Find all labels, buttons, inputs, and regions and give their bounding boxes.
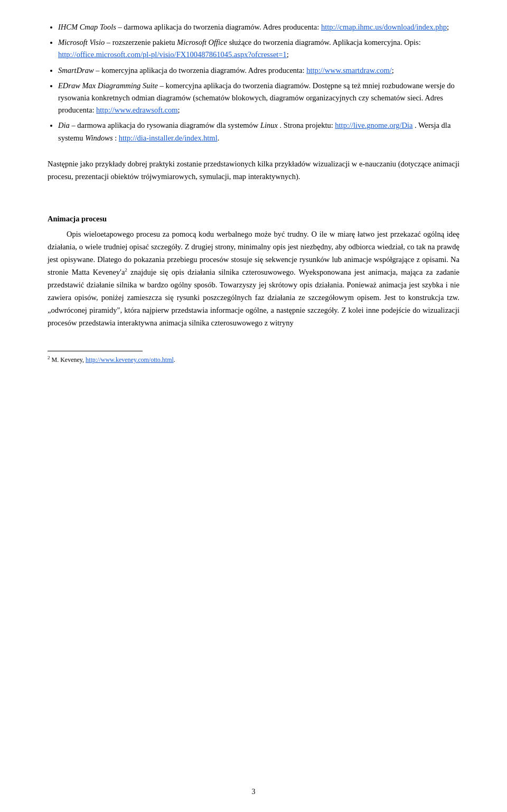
- content-area: IHCM Cmap Tools – darmowa aplikacja do t…: [48, 21, 459, 365]
- ihcm-tail: ;: [447, 23, 449, 31]
- dia-text4: :: [115, 134, 119, 142]
- list-item-dia: Dia – darmowa aplikacja do rysowania dia…: [58, 119, 459, 144]
- msvisio-text1: – rozszerzenie pakietu: [107, 38, 177, 46]
- ihcm-link[interactable]: http://cmap.ihmc.us/download/index.php: [321, 23, 447, 31]
- list-item-ihcm: IHCM Cmap Tools – darmowa aplikacja do t…: [58, 21, 459, 33]
- spacer2: [48, 188, 459, 197]
- dia-text1: – darmowa aplikacja do rysowania diagram…: [71, 121, 260, 129]
- footnote-text-tail: .: [174, 356, 175, 363]
- footnote-divider: [48, 351, 143, 351]
- dia-link2[interactable]: http://dia-installer.de/index.html: [119, 134, 218, 142]
- edraw-link[interactable]: http://www.edrawsoft.com: [96, 106, 178, 114]
- paragraph-nastepnie: Następnie jako przykłady dobrej praktyki…: [48, 158, 459, 183]
- page-number: 3: [252, 788, 256, 796]
- edraw-italic: EDraw Max Diagramming Suite: [58, 81, 158, 90]
- nastepnie-text: Następnie jako przykłady dobrej praktyki…: [48, 160, 459, 181]
- footnote-number: 2: [48, 355, 50, 360]
- animacja-text2: znajduje się opis działania silnika czte…: [48, 268, 459, 327]
- footnote-text: M. Keveney,: [52, 356, 86, 363]
- smartdraw-text1: – komercyjna aplikacja do tworzenia diag…: [96, 66, 306, 74]
- dia-text2: . Strona projektu:: [280, 121, 335, 129]
- dia-italic2: Linux: [260, 121, 278, 129]
- msvisio-text2: służące do tworzenia diagramów. Aplikacj…: [229, 38, 421, 46]
- spacer1: [48, 148, 459, 158]
- smartdraw-italic: SmartDraw: [58, 66, 94, 74]
- dia-link1[interactable]: http://live.gnome.org/Dia: [335, 121, 412, 129]
- ihcm-italic: IHCM Cmap Tools: [58, 23, 116, 31]
- msvisio-tail: ;: [287, 50, 289, 59]
- paragraph-animacja: Opis wieloetapowego procesu za pomocą ko…: [48, 228, 459, 329]
- msvisio-italic: Microsoft Visio: [58, 38, 105, 46]
- dia-tail: .: [218, 134, 220, 142]
- footnote: 2 M. Keveney, http://www.keveney.com/ott…: [48, 354, 459, 365]
- footnote-link[interactable]: http://www.keveney.com/otto.html: [86, 356, 174, 363]
- bullet-list: IHCM Cmap Tools – darmowa aplikacja do t…: [58, 21, 459, 144]
- ihcm-text1: – darmowa aplikacja do tworzenia diagram…: [118, 23, 321, 31]
- smartdraw-link[interactable]: http://www.smartdraw.com/: [306, 66, 392, 74]
- list-item-edraw: EDraw Max Diagramming Suite – komercyjna…: [58, 80, 459, 117]
- smartdraw-tail: ;: [392, 66, 394, 74]
- page: IHCM Cmap Tools – darmowa aplikacja do t…: [0, 0, 507, 812]
- dia-italic3: Windows: [85, 134, 112, 142]
- msvisio-italic2: Microsoft Office: [177, 38, 227, 46]
- list-item-smartdraw: SmartDraw – komercyjna aplikacja do twor…: [58, 64, 459, 77]
- dia-italic: Dia: [58, 121, 70, 129]
- section-heading-animacja: Animacja procesu: [48, 213, 459, 226]
- edraw-tail: ;: [178, 106, 180, 114]
- list-item-msvisio: Microsoft Visio – rozszerzenie pakietu M…: [58, 36, 459, 61]
- msvisio-link[interactable]: http://office.microsoft.com/pl-pl/visio/…: [58, 50, 287, 59]
